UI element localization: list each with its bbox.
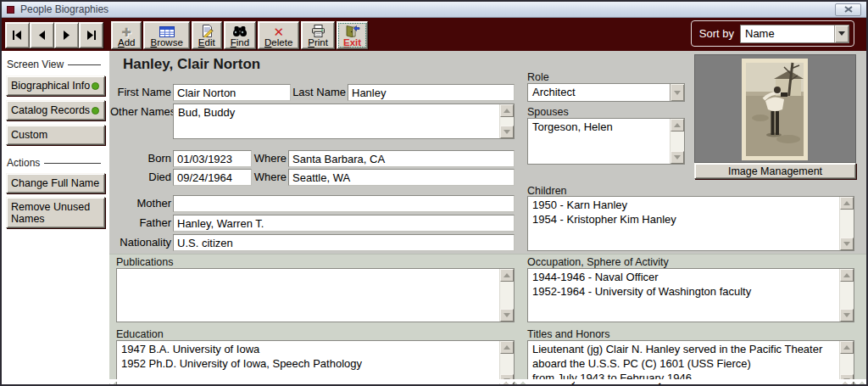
toolbar-buttons: ✚ Add Browse — [111, 21, 368, 49]
sidebar: Screen View Biographical Info Catalog Re… — [2, 51, 109, 384]
action-change-full-name-button[interactable]: Change Full Name — [6, 173, 105, 193]
born-date-field[interactable] — [173, 150, 252, 167]
children-label: Children — [527, 185, 567, 197]
role-value: Architect — [528, 84, 670, 101]
next-record-button[interactable] — [54, 22, 79, 48]
arrow-down-icon — [843, 313, 850, 317]
spouses-label: Spouses — [527, 106, 569, 118]
scroll-up-button[interactable] — [500, 341, 514, 354]
scroll-up-button[interactable] — [500, 104, 514, 117]
sort-by-select[interactable]: Name — [740, 25, 849, 43]
torn-edge — [2, 379, 866, 385]
sidebar-item-biographical-info[interactable]: Biographical Info — [6, 76, 105, 96]
scroll-down-button[interactable] — [840, 238, 854, 250]
last-name-field[interactable] — [348, 84, 515, 101]
occupation-box[interactable]: 1944-1946 - Naval Officer 1952-1964 - Un… — [527, 268, 854, 322]
publications-box[interactable] — [116, 268, 515, 322]
died-date-field[interactable] — [173, 169, 252, 186]
role-select[interactable]: Architect — [527, 83, 685, 102]
scroll-track[interactable] — [840, 354, 854, 374]
scroll-up-button[interactable] — [840, 197, 854, 210]
close-icon — [844, 6, 853, 13]
first-name-label: First Name — [110, 84, 171, 101]
arrow-down-icon — [674, 155, 681, 159]
scroll-track[interactable] — [500, 117, 514, 126]
other-names-box[interactable]: Bud, Buddy — [173, 103, 515, 139]
app-window: People Biographies — [0, 0, 868, 386]
scroll-up-button[interactable] — [840, 341, 854, 354]
print-button[interactable]: Print — [301, 21, 335, 49]
scroll-up-button[interactable] — [670, 119, 684, 131]
add-button[interactable]: ✚ Add — [111, 21, 142, 49]
born-where-field[interactable] — [288, 150, 515, 167]
edit-button[interactable]: Edit — [192, 21, 222, 49]
occupation-label: Occupation, Sphere of Activity — [527, 256, 669, 268]
scrollbar[interactable] — [670, 119, 684, 164]
exit-door-icon — [345, 24, 360, 37]
browse-table-icon — [159, 24, 175, 37]
scroll-up-button[interactable] — [840, 269, 854, 282]
scrollbar[interactable] — [499, 269, 514, 322]
mother-field[interactable] — [173, 195, 515, 212]
scroll-down-button[interactable] — [500, 126, 514, 138]
portrait-photo — [742, 59, 808, 160]
scroll-track[interactable] — [670, 131, 684, 151]
find-button[interactable]: Find — [224, 21, 256, 49]
photo-panel — [694, 54, 856, 163]
children-text[interactable]: 1950 - Karn Hanley 1954 - Kristopher Kim… — [528, 197, 839, 250]
chevron-down-icon — [674, 91, 681, 95]
next-record-icon — [63, 31, 70, 40]
delete-button[interactable]: ✕ Delete — [258, 21, 299, 49]
publications-text[interactable] — [117, 269, 499, 322]
scrollbar[interactable] — [499, 104, 514, 138]
role-dropdown-button[interactable] — [670, 84, 684, 101]
scrollbar[interactable] — [839, 269, 854, 322]
arrow-down-icon — [504, 130, 510, 134]
died-where-field[interactable] — [288, 169, 515, 186]
first-record-icon — [12, 31, 23, 40]
close-button[interactable] — [835, 3, 861, 16]
scroll-track[interactable] — [840, 282, 854, 309]
browse-button[interactable]: Browse — [143, 21, 189, 49]
scroll-track[interactable] — [500, 282, 514, 309]
nationality-label: Nationality — [110, 234, 171, 251]
sort-by-value: Name — [741, 25, 834, 42]
first-record-button[interactable] — [5, 22, 30, 48]
first-name-field[interactable] — [173, 84, 291, 101]
born-where-label: Where — [253, 150, 287, 167]
sort-by-dropdown-button[interactable] — [834, 25, 849, 42]
last-record-icon — [86, 31, 97, 40]
nationality-field[interactable] — [173, 234, 515, 251]
screen-view-section-label: Screen View — [7, 59, 101, 70]
sidebar-item-catalog-records[interactable]: Catalog Records — [6, 100, 105, 120]
scroll-down-button[interactable] — [840, 309, 854, 322]
last-record-button[interactable] — [79, 22, 103, 48]
died-label: Died — [110, 169, 171, 186]
active-indicator-icon — [92, 107, 99, 115]
last-name-label: Last Name — [287, 84, 346, 101]
image-management-button[interactable]: Image Management — [694, 163, 856, 179]
scroll-down-button[interactable] — [500, 309, 514, 322]
father-field[interactable] — [173, 215, 515, 232]
children-box[interactable]: 1950 - Karn Hanley 1954 - Kristopher Kim… — [527, 196, 854, 251]
arrow-down-icon — [504, 313, 510, 317]
other-names-text[interactable]: Bud, Buddy — [174, 104, 499, 138]
divider — [44, 163, 101, 164]
mother-label: Mother — [110, 195, 171, 212]
scroll-track[interactable] — [500, 354, 514, 374]
exit-button[interactable]: Exit — [337, 21, 368, 49]
spouses-text[interactable]: Torgeson, Helen — [528, 119, 670, 164]
scroll-up-button[interactable] — [500, 269, 514, 282]
scrollbar[interactable] — [839, 197, 854, 250]
died-where-label: Where — [253, 169, 287, 186]
scroll-down-button[interactable] — [670, 151, 684, 164]
publications-label: Publications — [116, 256, 173, 268]
born-label: Born — [110, 150, 171, 167]
scroll-track[interactable] — [840, 210, 854, 238]
arrow-up-icon — [843, 345, 850, 350]
action-remove-unused-names-button[interactable]: Remove Unused Names — [6, 197, 105, 228]
spouses-box[interactable]: Torgeson, Helen — [527, 118, 685, 165]
previous-record-button[interactable] — [30, 22, 54, 48]
occupation-text[interactable]: 1944-1946 - Naval Officer 1952-1964 - Un… — [528, 269, 839, 322]
sidebar-item-custom[interactable]: Custom — [6, 125, 105, 145]
